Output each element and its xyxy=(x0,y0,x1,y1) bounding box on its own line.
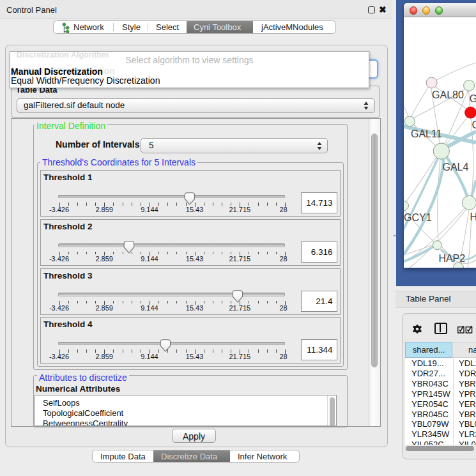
svg-text:GAL4: GAL4 xyxy=(443,162,469,173)
svg-text:HAP2: HAP2 xyxy=(438,253,465,264)
svg-text:GCY1: GCY1 xyxy=(404,212,432,223)
svg-text:GAL11: GAL11 xyxy=(411,128,442,139)
svg-text:H: H xyxy=(470,211,476,222)
svg-text:GAL80: GAL80 xyxy=(432,89,464,100)
svg-text:GA: GA xyxy=(470,93,476,104)
svg-text:C: C xyxy=(472,119,476,130)
